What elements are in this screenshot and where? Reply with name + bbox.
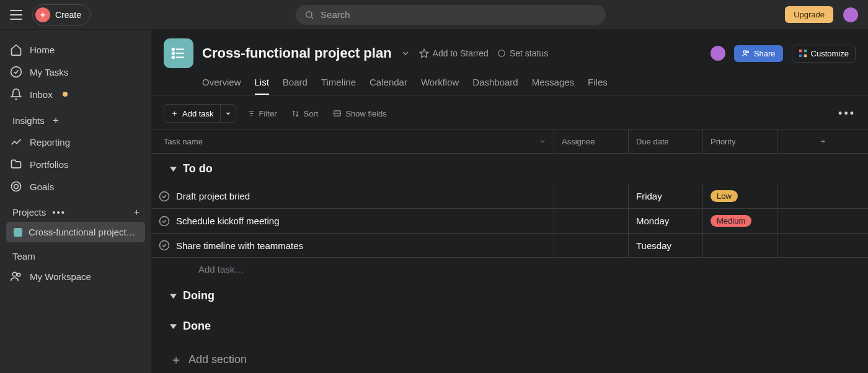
- check-circle-icon[interactable]: [159, 191, 170, 202]
- assignee-cell[interactable]: [554, 184, 629, 208]
- tab-overview[interactable]: Overview: [202, 71, 241, 95]
- create-button[interactable]: + Create: [32, 4, 91, 25]
- show-fields-label: Show fields: [345, 109, 386, 118]
- add-to-starred-button[interactable]: Add to Starred: [419, 48, 489, 58]
- upgrade-button[interactable]: Upgrade: [785, 6, 833, 23]
- sidebar-item-label: Portfolios: [30, 159, 69, 170]
- chevron-down-icon[interactable]: [401, 48, 410, 58]
- search-placeholder: Search: [321, 9, 350, 20]
- sidebar-item-reporting[interactable]: Reporting: [0, 131, 151, 153]
- search-input[interactable]: Search: [296, 5, 606, 25]
- triangle-down-icon: [170, 165, 177, 172]
- column-assignee[interactable]: Assignee: [554, 129, 629, 153]
- plus-icon: +: [35, 7, 50, 22]
- tab-messages[interactable]: Messages: [532, 71, 574, 95]
- section-done[interactable]: Done: [151, 311, 868, 341]
- list-icon: [170, 45, 187, 61]
- sidebar-item-home[interactable]: Home: [0, 38, 151, 61]
- section-label: Doing: [183, 289, 215, 302]
- priority-cell[interactable]: [703, 234, 777, 257]
- check-circle-icon[interactable]: [159, 240, 170, 251]
- sort-button[interactable]: Sort: [288, 107, 322, 121]
- svg-line-1: [311, 17, 313, 19]
- assignee-cell[interactable]: [554, 234, 629, 257]
- sidebar-project-label: Cross-functional project p…: [29, 227, 138, 237]
- svg-point-10: [172, 48, 174, 50]
- sidebar-header-projects: Projects ••• ＋: [0, 198, 151, 222]
- chevron-down-icon[interactable]: [539, 138, 546, 145]
- sidebar-header-insights: Insights ＋: [0, 105, 151, 131]
- list-toolbar: ＋ Add task Filter Sort Show fields •••: [151, 95, 868, 129]
- check-circle-icon: [10, 66, 22, 78]
- empty-cell[interactable]: [777, 184, 868, 208]
- add-task-row[interactable]: Add task…: [151, 258, 868, 281]
- svg-point-28: [160, 216, 169, 226]
- add-task-dropdown-button[interactable]: [221, 104, 236, 123]
- tab-board[interactable]: Board: [283, 71, 308, 95]
- due-date-cell[interactable]: Monday: [629, 209, 703, 233]
- empty-cell[interactable]: [777, 234, 868, 257]
- project-icon: [164, 38, 193, 68]
- sidebar-project-item[interactable]: Cross-functional project p…: [6, 222, 145, 242]
- add-task-split-button: ＋ Add task: [164, 104, 236, 123]
- member-avatar[interactable]: [711, 46, 725, 61]
- more-icon[interactable]: •••: [838, 107, 856, 120]
- sidebar-item-label: My Workspace: [30, 271, 91, 282]
- share-button[interactable]: Share: [734, 45, 783, 62]
- tab-calendar[interactable]: Calendar: [370, 71, 407, 95]
- ellipsis-icon[interactable]: •••: [52, 207, 66, 217]
- users-icon: [10, 270, 22, 283]
- table-row[interactable]: Share timeline with teammates Tuesday: [151, 234, 868, 258]
- filter-button[interactable]: Filter: [244, 107, 281, 121]
- due-date-cell[interactable]: Tuesday: [629, 234, 703, 257]
- column-due-date[interactable]: Due date: [629, 129, 703, 153]
- priority-cell[interactable]: Medium: [703, 209, 777, 233]
- column-task-name[interactable]: Task name: [151, 129, 554, 153]
- section-doing[interactable]: Doing: [151, 281, 868, 311]
- add-task-button[interactable]: ＋ Add task: [164, 104, 221, 123]
- svg-point-27: [160, 191, 169, 201]
- filter-icon: [247, 110, 255, 118]
- set-status-button[interactable]: Set status: [497, 48, 548, 58]
- section-todo[interactable]: To do: [151, 154, 868, 184]
- svg-marker-26: [170, 167, 177, 172]
- sidebar-item-workspace[interactable]: My Workspace: [0, 265, 151, 287]
- priority-pill: Low: [711, 190, 738, 202]
- plus-icon[interactable]: ＋: [132, 206, 141, 218]
- menu-icon[interactable]: [10, 10, 22, 20]
- sidebar-item-inbox[interactable]: Inbox: [0, 83, 151, 105]
- tab-dashboard[interactable]: Dashboard: [472, 71, 518, 95]
- add-column-button[interactable]: ＋: [777, 129, 868, 153]
- tab-timeline[interactable]: Timeline: [321, 71, 356, 95]
- sidebar-item-mytasks[interactable]: My Tasks: [0, 61, 151, 83]
- tab-files[interactable]: Files: [588, 71, 608, 95]
- table-row[interactable]: Draft project bried Friday Low: [151, 184, 868, 209]
- avatar[interactable]: [843, 7, 858, 22]
- column-label: Assignee: [562, 137, 595, 146]
- tab-list[interactable]: List: [255, 71, 269, 95]
- sidebar-item-goals[interactable]: Goals: [0, 175, 151, 198]
- customize-button[interactable]: Customize: [792, 45, 856, 63]
- plus-icon[interactable]: ＋: [51, 114, 61, 127]
- show-fields-button[interactable]: Show fields: [329, 107, 390, 121]
- page-title: Cross-functional project plan: [202, 45, 392, 61]
- project-header: Cross-functional project plan Add to Sta…: [151, 30, 868, 95]
- svg-point-29: [160, 241, 169, 250]
- sidebar-item-portfolios[interactable]: Portfolios: [0, 153, 151, 175]
- task-name: Draft project bried: [176, 191, 250, 201]
- check-circle-icon[interactable]: [159, 216, 170, 227]
- svg-point-15: [743, 51, 746, 53]
- due-date-cell[interactable]: Friday: [629, 184, 703, 208]
- customize-label: Customize: [811, 49, 849, 58]
- table-row[interactable]: Schedule kickoff meeting Monday Medium: [151, 209, 868, 234]
- add-section-button[interactable]: ＋ Add section: [151, 341, 868, 368]
- priority-cell[interactable]: Low: [703, 184, 777, 208]
- triangle-down-icon: [170, 292, 177, 299]
- column-priority[interactable]: Priority: [703, 129, 777, 153]
- svg-marker-30: [170, 294, 177, 299]
- task-name: Schedule kickoff meeting: [176, 216, 280, 226]
- assignee-cell[interactable]: [554, 209, 629, 233]
- star-icon: [419, 48, 429, 58]
- tab-workflow[interactable]: Workflow: [421, 71, 459, 95]
- empty-cell[interactable]: [777, 209, 868, 233]
